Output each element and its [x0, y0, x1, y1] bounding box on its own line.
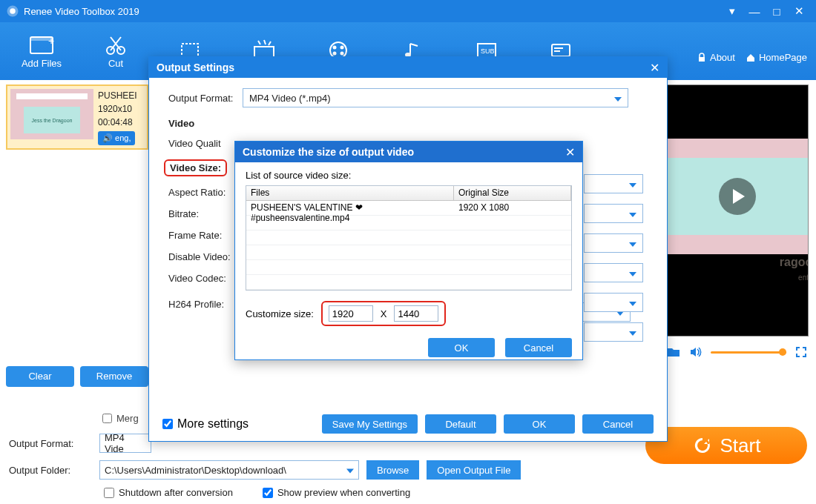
height-input[interactable] — [394, 305, 438, 322]
customize-size-dialog: Customize the size of output video ✕ Lis… — [234, 141, 583, 360]
aspect-ratio-label: Aspect Ratio: — [168, 187, 243, 198]
minimize-button[interactable]: — — [743, 5, 766, 18]
svg-point-12 — [333, 52, 337, 56]
add-files-icon: + — [29, 34, 54, 56]
app-logo-icon — [6, 4, 19, 18]
size-dialog-close-button[interactable]: ✕ — [565, 145, 575, 159]
start-button[interactable]: Start — [645, 427, 807, 464]
dialog-ok-button[interactable]: OK — [504, 414, 575, 434]
file-name: PUSHEEI — [98, 89, 137, 102]
language-badge[interactable]: 🔊 eng, — [98, 131, 135, 145]
svg-point-13 — [340, 52, 344, 56]
customize-size-inputs: X — [321, 301, 447, 326]
bitrate-label: Bitrate: — [168, 208, 243, 219]
cut-label: Cut — [108, 58, 123, 69]
homepage-link[interactable]: HomePage — [746, 52, 807, 63]
output-format-combo[interactable]: MP4 Vide — [99, 434, 151, 453]
x-separator: X — [381, 308, 387, 319]
chevron-down-icon — [629, 207, 636, 220]
svg-rect-8 — [254, 47, 274, 57]
chevron-down-icon — [629, 325, 636, 339]
collapse-ribbon-button[interactable]: ▾ — [721, 4, 743, 18]
video-section-heading: Video — [168, 118, 648, 129]
svg-rect-7 — [182, 44, 198, 57]
size-dialog-titlebar[interactable]: Customize the size of output video ✕ — [235, 142, 582, 162]
video-codec-label: Video Codec: — [168, 273, 243, 284]
partial-combo[interactable] — [584, 322, 643, 342]
out-format-label: Output Format: — [168, 93, 243, 104]
refresh-icon — [692, 435, 713, 456]
shutdown-checkbox[interactable]: Shutdown after conversion — [104, 487, 233, 498]
home-icon — [746, 53, 756, 63]
source-size-grid[interactable]: Files Original Size PUSHEEN'S VALENTINE … — [246, 185, 572, 291]
width-input[interactable] — [329, 305, 373, 322]
partial-combo[interactable] — [584, 293, 643, 312]
svg-text:+: + — [48, 35, 54, 47]
grid-cell-file: PUSHEEN'S VALENTINE ❤ #pusheensvalentine… — [246, 201, 454, 215]
play-icon[interactable] — [719, 178, 756, 215]
disable-video-label: Disable Video: — [168, 251, 243, 262]
svg-point-11 — [340, 46, 344, 50]
close-button[interactable]: ✕ — [788, 4, 810, 18]
cut-button[interactable]: Cut — [79, 33, 153, 69]
dialog-titlebar[interactable]: Output Settings ✕ — [149, 57, 667, 78]
file-resolution: 1920x10 — [98, 102, 137, 116]
dialog-close-button[interactable]: ✕ — [650, 61, 659, 75]
file-thumbnail: Jess the Dragoon — [10, 89, 93, 139]
fullscreen-icon[interactable] — [794, 345, 809, 359]
size-cancel-button[interactable]: Cancel — [505, 338, 572, 357]
grid-col-size[interactable]: Original Size — [454, 186, 571, 200]
browse-button[interactable]: Browse — [366, 460, 419, 480]
svg-point-1 — [10, 8, 16, 14]
grid-row[interactable]: PUSHEEN'S VALENTINE ❤ #pusheensvalentine… — [246, 201, 571, 216]
file-item[interactable]: Jess the Dragoon PUSHEEI 1920x10 00:04:4… — [6, 84, 148, 150]
app-title: Renee Video Toolbox 2019 — [24, 6, 139, 17]
add-files-label: Add Files — [22, 58, 62, 69]
output-format-label: Output Format: — [9, 438, 92, 449]
svg-point-10 — [333, 46, 337, 50]
partial-combo[interactable] — [584, 233, 643, 253]
maximize-button[interactable]: □ — [766, 5, 788, 18]
merge-checkbox[interactable]: Merg — [102, 413, 139, 424]
file-duration: 00:04:48 — [98, 116, 137, 129]
dialog-title: Output Settings — [157, 62, 234, 73]
svg-text:SUB: SUB — [481, 47, 495, 55]
save-my-settings-button[interactable]: Save My Settings — [322, 414, 418, 434]
preview-brand-text: ragoon — [780, 256, 809, 269]
partial-combo[interactable] — [584, 263, 643, 282]
cut-icon — [103, 34, 128, 56]
dialog-cancel-button[interactable]: Cancel — [582, 414, 654, 434]
output-folder-combo[interactable]: C:\Users\Administrator\Desktop\download\ — [99, 460, 359, 480]
default-button[interactable]: Default — [425, 414, 496, 434]
source-size-list-label: List of source video size: — [246, 170, 572, 181]
open-output-file-button[interactable]: Open Output File — [427, 460, 521, 480]
clear-button[interactable]: Clear — [6, 366, 74, 387]
lock-icon — [697, 53, 707, 63]
customize-size-label: Customize size: — [246, 308, 314, 319]
about-link[interactable]: About — [697, 52, 735, 63]
video-quality-label: Video Qualit — [168, 138, 243, 149]
preview-video[interactable]: ragoon ents — [666, 84, 809, 336]
frame-rate-label: Frame Rate: — [168, 230, 243, 241]
video-size-label: Video Size: — [170, 162, 221, 173]
grid-col-files[interactable]: Files — [246, 186, 454, 200]
add-files-button[interactable]: + Add Files — [4, 33, 79, 69]
chevron-down-icon — [629, 266, 636, 279]
chevron-down-icon — [614, 93, 622, 104]
more-settings-checkbox[interactable]: More settings — [162, 417, 249, 431]
file-metadata: PUSHEEI 1920x10 00:04:48 🔊 eng, — [98, 89, 137, 145]
size-ok-button[interactable]: OK — [428, 338, 495, 357]
chevron-down-icon — [629, 177, 636, 190]
output-folder-label: Output Folder: — [9, 465, 92, 476]
volume-icon[interactable] — [688, 345, 703, 359]
partial-combo[interactable] — [584, 204, 643, 223]
chevron-down-icon — [629, 296, 636, 309]
out-format-combo[interactable]: MP4 Video (*.mp4) — [243, 88, 628, 107]
titlebar: Renee Video Toolbox 2019 ▾ — □ ✕ — [0, 0, 816, 22]
partial-combo[interactable] — [584, 174, 643, 193]
show-preview-checkbox[interactable]: Show preview when converting — [263, 487, 410, 498]
chevron-down-icon — [629, 236, 636, 250]
open-folder-icon[interactable] — [666, 345, 681, 359]
remove-button[interactable]: Remove — [80, 366, 148, 387]
volume-slider[interactable] — [711, 351, 786, 354]
